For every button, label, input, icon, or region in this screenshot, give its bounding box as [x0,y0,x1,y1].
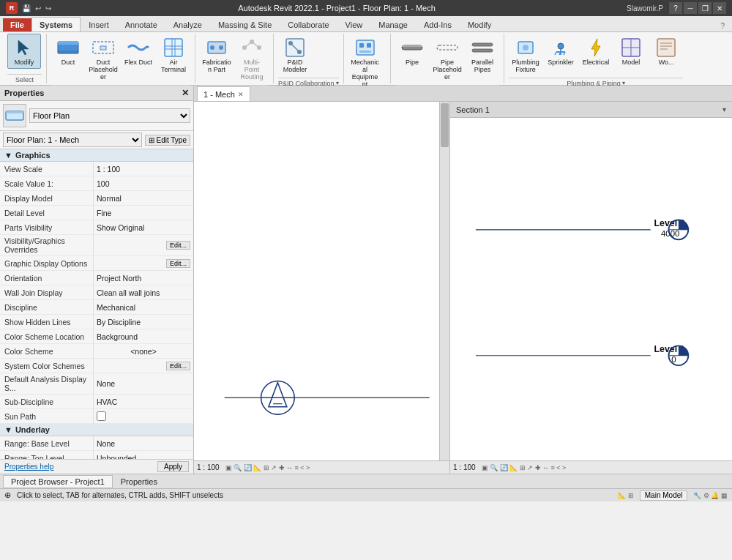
undo-icon[interactable]: ↩ [35,4,41,12]
floor-plan-tab[interactable]: 1 - Mech ✕ [197,86,250,101]
prop-value-base-level[interactable]: None [94,436,193,450]
prop-value-detail-level[interactable]: Fine [94,206,193,220]
prop-value-color-scheme-loc[interactable]: Background [94,329,193,343]
electrical-icon [584,36,608,59]
fabrication-part-button[interactable]: Fabrication Part [200,34,234,76]
edit-type-button[interactable]: ⊞ Edit Type [145,135,190,146]
duct-button[interactable]: Duct [51,34,85,69]
svg-point-13 [219,45,223,50]
pipe-placeholder-button[interactable]: Pipe Placeholder [430,34,464,83]
tab-view[interactable]: View [337,17,371,31]
prop-value-color-scheme[interactable]: <none> [94,344,193,358]
pid-modeler-button[interactable]: P&ID Modeler [278,34,312,76]
properties-help-link[interactable]: Properties help [4,463,53,471]
main-model-button[interactable]: Main Model [640,490,688,501]
prop-instance-select[interactable]: Floor Plan: 1 - Mech [3,132,142,147]
tab-massing[interactable]: Massing & Site [210,17,280,31]
prop-row-parts-visibility: Parts Visibility Show Original [0,220,193,235]
floor-plan-scrollbar-v[interactable] [439,102,449,460]
tab-systems[interactable]: Systems [31,17,81,31]
prop-value-view-scale[interactable]: 1 : 100 [94,162,193,176]
prop-value-orientation[interactable]: Project North [94,271,193,285]
restore-button[interactable]: ❐ [698,2,712,14]
system-color-edit-button[interactable]: Edit... [166,362,190,370]
prop-row-sub-discipline: Sub-Discipline HVAC [0,395,193,409]
floor-plan-scale-bar: 1 : 100 ▣ 🔍 🔄 📐 ⊞ ↗ ✚ ↔ ≡ < > [194,460,449,474]
prop-value-parts-visibility[interactable]: Show Original [94,220,193,234]
prop-name-scale-value: Scale Value 1: [0,176,94,190]
prop-row-scale-value: Scale Value 1: 100 [0,176,193,191]
floor-plan-tab-label: 1 - Mech [203,90,235,99]
floor-plan-view[interactable]: 1 : 100 ▣ 🔍 🔄 📐 ⊞ ↗ ✚ ↔ ≡ < > [194,102,450,474]
graphics-section-header: ▼ Graphics [0,149,193,162]
graphic-display-edit-button[interactable]: Edit... [166,259,190,268]
graphics-collapse-icon[interactable]: ▼ [4,151,12,160]
prop-value-vis-graphics: Edit... [94,235,193,255]
wo-button[interactable]: Wo... [649,34,683,69]
prop-value-analysis-display[interactable]: None [94,373,193,394]
title-bar-left: R 💾 ↩ ↪ [6,2,51,14]
prop-value-display-model[interactable]: Normal [94,191,193,205]
ribbon-group-select: Modify Select [3,34,47,83]
multi-point-routing-button[interactable]: Multi-Point Routing [235,34,269,83]
tab-insert[interactable]: Insert [81,17,117,31]
sprinkler-button[interactable]: Sprinkler [544,34,578,69]
mechanical-equipment-button[interactable]: Mechanical Equipment [348,34,382,91]
parallel-pipes-icon [471,36,494,59]
minimize-button[interactable]: ─ [684,2,697,14]
ribbon-group-mechanical: Mechanical Equipment Mechanical ▾ [344,34,392,83]
prop-value-wall-join[interactable]: Clean all wall joins [94,285,193,299]
duct-placeholder-label: Duct Placeholder [89,59,118,81]
close-button[interactable]: ✕ [713,2,726,14]
floor-plan-tab-close[interactable]: ✕ [238,91,244,98]
parallel-pipes-label: Parallel Pipes [468,59,497,74]
underlay-collapse-icon[interactable]: ▼ [4,425,12,434]
properties-close-button[interactable]: ✕ [182,88,189,98]
apply-button[interactable]: Apply [157,461,189,472]
fabrication-part-icon [205,36,228,59]
prop-type-select[interactable]: Floor Plan [29,108,190,123]
prop-type-icon [3,104,26,127]
vis-graphics-edit-button[interactable]: Edit... [166,241,190,250]
tab-collaborate[interactable]: Collaborate [280,17,337,31]
file-menu-button[interactable]: File [3,18,31,31]
redo-icon[interactable]: ↪ [45,4,51,12]
ribbon-help-icon[interactable]: ? [716,20,729,31]
help-icon[interactable]: ? [669,2,682,14]
quick-save-icon[interactable]: 💾 [22,4,31,12]
prop-row-color-scheme-loc: Color Scheme Location Background [0,329,193,344]
underlay-section-header: ▼ Underlay [0,424,193,436]
floor-plan-scale-label: 1 : 100 [197,463,220,471]
parallel-pipes-button[interactable]: Parallel Pipes [466,34,499,76]
prop-value-hidden-lines[interactable]: By Discipline [94,315,193,329]
prop-value-sub-discipline[interactable]: HVAC [94,395,193,408]
properties-scroll-area[interactable]: ▼ Graphics View Scale 1 : 100 Scale Valu… [0,149,193,459]
prop-value-top-level[interactable]: Unbounded [94,451,193,459]
prop-value-discipline[interactable]: Mechanical [94,300,193,314]
prop-row-wall-join: Wall Join Display Clean all wall joins [0,285,193,300]
air-terminal-button[interactable]: Air Terminal [157,34,190,76]
modify-button[interactable]: Modify [7,34,41,69]
sun-path-checkbox[interactable] [97,411,106,421]
model-button[interactable]: Model [614,34,648,69]
floor-plan-svg [194,102,449,474]
plumbing-fixture-button[interactable]: Plumbing Fixture [509,34,542,76]
pipe-button[interactable]: Pipe [395,34,429,69]
ribbon-group-select-items: Modify [7,34,42,72]
prop-name-base-level: Range: Base Level [0,436,94,450]
prop-value-scale-value[interactable]: 100 [94,176,193,190]
tab-annotate[interactable]: Annotate [117,17,165,31]
tab-manage[interactable]: Manage [370,17,416,31]
section-tab-expand[interactable]: ▾ [722,105,726,113]
project-browser-tab[interactable]: Project Browser - Project1 [3,475,113,488]
prop-name-graphic-display: Graphic Display Options [0,256,94,270]
tab-analyze[interactable]: Analyze [165,17,210,31]
properties-tab-label: Properties [121,477,157,486]
tab-modify[interactable]: Modify [460,17,499,31]
svg-point-12 [210,45,214,50]
properties-tab[interactable]: Properties [113,475,165,488]
flex-duct-button[interactable]: Flex Duct [122,34,155,69]
duct-placeholder-button[interactable]: Duct Placeholder [86,34,120,83]
tab-addins[interactable]: Add-Ins [416,17,460,31]
electrical-button[interactable]: Electrical [579,34,613,69]
